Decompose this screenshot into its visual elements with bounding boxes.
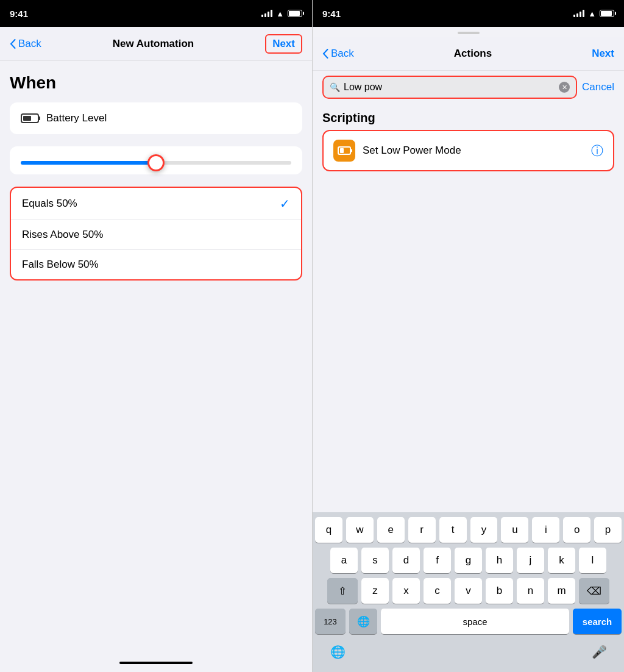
- battery-card-icon: [21, 113, 39, 123]
- key-b[interactable]: b: [486, 578, 513, 604]
- left-signal-icon: [261, 10, 272, 17]
- left-battery-icon: [288, 10, 302, 17]
- option-falls-below[interactable]: Falls Below 50%: [11, 250, 301, 279]
- left-wifi-icon: ▲: [276, 9, 284, 18]
- key-delete[interactable]: ⌫: [579, 578, 609, 604]
- keyboard-bottom-row: 🌐 🎤: [315, 639, 622, 665]
- key-i[interactable]: i: [532, 517, 559, 543]
- key-h[interactable]: h: [486, 548, 513, 573]
- action-label: Set Low Power Mode: [363, 145, 584, 157]
- slider-track: [21, 161, 291, 165]
- left-next-button[interactable]: Next: [265, 34, 302, 54]
- key-e[interactable]: e: [377, 517, 405, 543]
- low-power-battery-icon: [338, 146, 351, 155]
- key-k[interactable]: k: [548, 548, 575, 573]
- key-x[interactable]: x: [392, 578, 420, 604]
- left-content: When Battery Level Equals 50% ✓ Rises Ab…: [0, 61, 312, 654]
- keyboard-row-1: q w e r t y u i o p: [315, 517, 622, 543]
- slider-fill: [21, 161, 156, 165]
- action-info-button[interactable]: ⓘ: [591, 143, 603, 159]
- right-back-button[interactable]: Back: [322, 48, 354, 60]
- right-wifi-icon: ▲: [588, 9, 596, 18]
- right-battery-icon: [600, 10, 614, 17]
- key-t[interactable]: t: [439, 517, 467, 543]
- key-shift[interactable]: ⇧: [327, 578, 358, 604]
- keyboard-row-4: 123 🌐 space search: [315, 609, 622, 634]
- key-space[interactable]: space: [381, 609, 569, 634]
- search-field[interactable]: 🔍 Low pow ✕: [322, 76, 577, 99]
- back-chevron-icon: [10, 39, 16, 49]
- right-nav-bar: Back Actions Next: [313, 37, 624, 71]
- key-search[interactable]: search: [573, 609, 622, 634]
- option-falls-label: Falls Below 50%: [22, 259, 99, 271]
- search-input[interactable]: Low pow: [344, 82, 555, 93]
- search-clear-button[interactable]: ✕: [559, 82, 570, 93]
- keyboard-row-3: ⇧ z x c v b n m ⌫: [315, 578, 622, 604]
- modal-handle: [458, 32, 480, 34]
- key-m[interactable]: m: [548, 578, 575, 604]
- right-panel: 9:41 ▲ Back Actions Next 🔍 Low pow: [312, 0, 624, 672]
- key-l[interactable]: l: [579, 548, 606, 573]
- right-status-icons: ▲: [573, 9, 614, 18]
- right-nav-title: Actions: [454, 48, 492, 60]
- key-s[interactable]: s: [361, 548, 389, 573]
- keyboard: q w e r t y u i o p a s d f g h j k l ⇧ …: [313, 512, 624, 672]
- left-time: 9:41: [10, 9, 28, 19]
- option-equals-check: ✓: [280, 196, 290, 211]
- key-o[interactable]: o: [563, 517, 590, 543]
- key-v[interactable]: v: [455, 578, 482, 604]
- key-j[interactable]: j: [517, 548, 544, 573]
- key-p[interactable]: p: [594, 517, 622, 543]
- key-q[interactable]: q: [315, 517, 342, 543]
- right-status-bar: 9:41 ▲: [313, 0, 624, 27]
- key-r[interactable]: r: [408, 517, 436, 543]
- left-nav-title: New Automation: [113, 38, 194, 50]
- left-home-indicator: [0, 654, 312, 672]
- key-d[interactable]: d: [392, 548, 420, 573]
- right-next-button[interactable]: Next: [592, 48, 614, 60]
- option-equals-label: Equals 50%: [22, 198, 77, 210]
- search-cancel-button[interactable]: Cancel: [582, 81, 614, 93]
- set-low-power-mode-card[interactable]: Set Low Power Mode ⓘ: [322, 130, 614, 171]
- left-nav-bar: Back New Automation Next: [0, 27, 312, 61]
- right-signal-icon: [573, 10, 584, 17]
- slider-thumb[interactable]: [147, 154, 165, 171]
- key-n[interactable]: n: [517, 578, 544, 604]
- left-panel: 9:41 ▲ Back New Automation Next When: [0, 0, 312, 672]
- key-c[interactable]: c: [424, 578, 451, 604]
- when-title: When: [10, 73, 302, 93]
- option-rises-label: Rises Above 50%: [22, 229, 103, 241]
- key-z[interactable]: z: [361, 578, 389, 604]
- key-y[interactable]: y: [470, 517, 498, 543]
- right-back-chevron-icon: [322, 49, 328, 59]
- option-equals[interactable]: Equals 50% ✓: [11, 188, 301, 220]
- keyboard-row-2: a s d f g h j k l: [315, 548, 622, 573]
- key-g[interactable]: g: [455, 548, 482, 573]
- key-u[interactable]: u: [501, 517, 528, 543]
- key-mic[interactable]: 🎤: [586, 639, 612, 665]
- search-bar-container: 🔍 Low pow ✕ Cancel: [313, 71, 624, 104]
- left-home-bar: [119, 662, 193, 664]
- battery-level-label: Battery Level: [46, 112, 107, 124]
- left-status-bar: 9:41 ▲: [0, 0, 312, 27]
- search-magnifier-icon: 🔍: [330, 82, 340, 92]
- right-time: 9:41: [322, 9, 341, 19]
- battery-slider-container: [10, 146, 302, 174]
- left-status-icons: ▲: [261, 9, 302, 18]
- key-123[interactable]: 123: [315, 609, 346, 634]
- option-rises-above[interactable]: Rises Above 50%: [11, 220, 301, 250]
- options-card: Equals 50% ✓ Rises Above 50% Falls Below…: [10, 187, 302, 281]
- key-f[interactable]: f: [424, 548, 451, 573]
- scripting-section-title: Scripting: [313, 104, 624, 130]
- left-back-button[interactable]: Back: [10, 38, 41, 50]
- key-w[interactable]: w: [346, 517, 374, 543]
- key-emoji[interactable]: 🌐: [349, 609, 377, 634]
- battery-level-card: Battery Level: [10, 102, 302, 134]
- low-power-icon: [333, 140, 355, 162]
- key-a[interactable]: a: [330, 548, 358, 573]
- key-globe[interactable]: 🌐: [325, 639, 350, 665]
